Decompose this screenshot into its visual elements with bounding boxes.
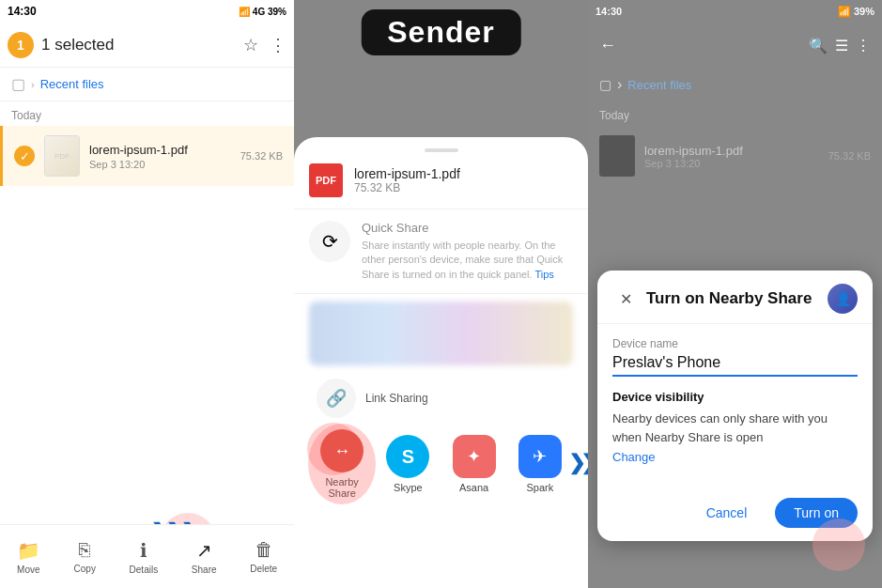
- back-icon-right[interactable]: ←: [599, 36, 616, 55]
- blurred-contacts: [309, 302, 573, 365]
- device-name-value[interactable]: Preslav's Phone: [612, 354, 858, 377]
- sender-label: Sender: [387, 15, 494, 49]
- arrow-right-icon: ❯❯❯: [568, 451, 588, 475]
- move-label: Move: [17, 565, 39, 575]
- section-today-right: Today: [588, 101, 882, 126]
- app-skype[interactable]: S Skype: [379, 435, 436, 493]
- panel-right: 14:30 📶 39% ← 🔍 ☰ ⋮ ▢ › Recent files Tod…: [588, 0, 882, 588]
- file-name-left: lorem-ipsum-1.pdf: [89, 143, 231, 157]
- file-info-right: lorem-ipsum-1.pdf Sep 3 13:20: [644, 144, 743, 169]
- nearby-share-dialog[interactable]: ✕ Turn on Nearby Share 👤 Device name Pre…: [597, 271, 873, 541]
- breadcrumb-link-right[interactable]: Recent files: [627, 78, 691, 92]
- quick-share-desc: Share instantly with people nearby. On t…: [362, 239, 573, 282]
- status-icons-left: 📶 4G 39%: [239, 7, 286, 17]
- app-nearby-share[interactable]: ↔ Nearby Share: [314, 429, 370, 499]
- asana-label: Asana: [459, 482, 488, 493]
- header-left: 1 1 selected ☆ ⋮: [0, 23, 294, 68]
- skype-icon: S: [386, 435, 429, 478]
- delete-label: Delete: [250, 564, 277, 574]
- status-icons-right: 📶 39%: [838, 6, 874, 18]
- star-icon[interactable]: ☆: [243, 35, 258, 55]
- sheet-file-row: PDF lorem-ipsum-1.pdf 75.32 KB: [294, 163, 588, 209]
- visibility-label: Device visibility: [612, 390, 858, 404]
- section-today-left: Today: [0, 101, 294, 126]
- dialog-actions: Cancel Turn on: [597, 490, 873, 541]
- share-bottom-sheet[interactable]: PDF lorem-ipsum-1.pdf 75.32 KB ⟳ Quick S…: [294, 137, 588, 588]
- toolbar-share[interactable]: ↗ Share: [192, 539, 217, 575]
- dialog-body: Device name Preslav's Phone Device visib…: [597, 324, 873, 490]
- sender-label-box: Sender: [361, 9, 520, 55]
- app-spark[interactable]: ✈ Spark: [512, 435, 568, 493]
- status-time-right: 14:30: [596, 6, 622, 17]
- breadcrumb-link[interactable]: Recent files: [40, 77, 104, 91]
- list-icon-right[interactable]: ☰: [835, 37, 848, 54]
- nearby-share-label: Nearby Share: [314, 476, 370, 499]
- file-row-right[interactable]: lorem-ipsum-1.pdf Sep 3 13:20 75.32 KB: [588, 126, 882, 186]
- file-size-left: 75.32 KB: [240, 150, 283, 162]
- search-icon-right[interactable]: 🔍: [809, 37, 828, 54]
- user-avatar: 👤: [828, 284, 858, 314]
- arrows-center-right: ❯❯❯: [568, 451, 588, 475]
- file-row-left[interactable]: ✓ PDF lorem-ipsum-1.pdf Sep 3 13:20 75.3…: [0, 126, 294, 186]
- sheet-file-info: lorem-ipsum-1.pdf 75.32 KB: [354, 166, 460, 194]
- header-icons-left[interactable]: ☆ ⋮: [243, 35, 286, 55]
- details-icon: ℹ: [140, 539, 147, 562]
- tips-link[interactable]: Tips: [534, 269, 553, 280]
- file-size-right: 75.32 KB: [828, 150, 871, 162]
- file-date-right: Sep 3 13:20: [644, 158, 743, 169]
- more-icon-right[interactable]: ⋮: [856, 37, 871, 54]
- nearby-share-icon: ↔: [320, 429, 364, 472]
- apps-row: ↔ Nearby Share S Skype ✦ Asana: [294, 426, 588, 503]
- file-check-left: ✓: [14, 146, 35, 166]
- move-icon: 📁: [17, 539, 40, 562]
- link-sharing-row[interactable]: 🔗 Link Sharing: [294, 373, 588, 426]
- file-thumb-left: PDF: [44, 135, 80, 177]
- cancel-button[interactable]: Cancel: [689, 498, 765, 528]
- link-sharing-label: Link Sharing: [365, 392, 428, 405]
- file-date-left: Sep 3 13:20: [89, 159, 231, 170]
- spark-label: Spark: [527, 482, 554, 493]
- copy-label: Copy: [74, 564, 96, 574]
- breadcrumb-left: ▢ › Recent files: [0, 68, 294, 101]
- skype-label: Skype: [394, 482, 423, 493]
- quick-share-icon: ⟳: [309, 221, 350, 262]
- spark-icon: ✈: [518, 435, 562, 478]
- quick-share-title: Quick Share: [362, 221, 573, 235]
- file-info-left: lorem-ipsum-1.pdf Sep 3 13:20: [89, 143, 231, 170]
- visibility-desc: Nearby devices can only share with you w…: [612, 410, 858, 446]
- asana-icon: ✦: [453, 435, 496, 478]
- toolbar-details[interactable]: ℹ Details: [130, 539, 159, 575]
- turn-on-button[interactable]: Turn on: [775, 498, 858, 528]
- dialog-header: ✕ Turn on Nearby Share 👤: [597, 271, 873, 324]
- pdf-icon: PDF: [309, 163, 343, 197]
- link-share-icon: 🔗: [317, 379, 356, 418]
- selection-title: 1 selected: [41, 36, 236, 54]
- quick-share-section[interactable]: ⟳ Quick Share Share instantly with peopl…: [294, 209, 588, 294]
- more-icon[interactable]: ⋮: [270, 35, 286, 55]
- dialog-title: Turn on Nearby Share: [646, 289, 820, 308]
- toolbar-delete[interactable]: 🗑 Delete: [250, 539, 277, 574]
- device-name-label: Device name: [612, 337, 858, 350]
- details-label: Details: [130, 565, 159, 575]
- status-bar-left: 14:30 📶 4G 39%: [0, 0, 294, 23]
- toolbar-copy[interactable]: ⎘ Copy: [74, 539, 96, 574]
- folder-icon: ▢: [11, 75, 25, 93]
- folder-icon-right: ▢: [599, 77, 611, 92]
- dialog-close-button[interactable]: ✕: [612, 286, 639, 312]
- status-bar-right: 14:30 📶 39%: [588, 0, 882, 23]
- chevron-right-icon: ›: [31, 79, 35, 90]
- chevron-right-right: ›: [617, 76, 622, 93]
- change-link[interactable]: Change: [612, 450, 858, 464]
- app-asana[interactable]: ✦ Asana: [446, 435, 503, 493]
- toolbar-move[interactable]: 📁 Move: [17, 539, 40, 575]
- panel-center: Sender PDF lorem-ipsum-1.pdf 75.32 KB ⟳ …: [294, 0, 588, 588]
- share-icon: ↗: [196, 539, 212, 562]
- sheet-file-name: lorem-ipsum-1.pdf: [354, 166, 460, 181]
- selection-circle: 1: [8, 32, 34, 58]
- file-thumb-right: [599, 135, 635, 177]
- sheet-handle: [425, 148, 458, 152]
- copy-icon: ⎘: [79, 539, 90, 561]
- header-right: ← 🔍 ☰ ⋮: [588, 23, 882, 68]
- breadcrumb-right: ▢ › Recent files: [588, 68, 882, 101]
- status-time-left: 14:30: [8, 5, 37, 18]
